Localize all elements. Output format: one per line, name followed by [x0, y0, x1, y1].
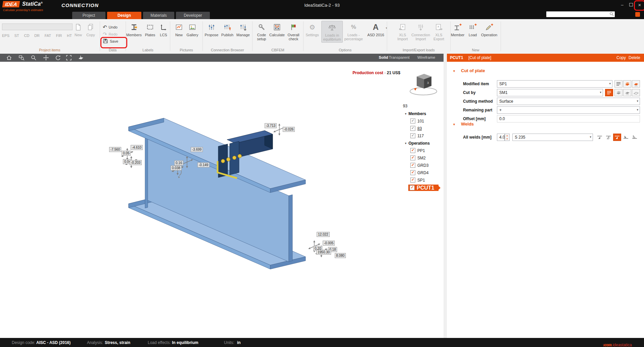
browser-manage-button[interactable]: Manage: [235, 22, 251, 37]
weld-type-button-3-active[interactable]: [613, 134, 621, 141]
design-code-selector[interactable]: A ASD 2016 ▾: [365, 22, 386, 37]
checkbox-checked-icon[interactable]: ✓: [410, 170, 415, 175]
tree-operation-grd3[interactable]: ✓ GRD3: [410, 162, 428, 168]
undo-button[interactable]: ↶ Undo: [103, 24, 118, 31]
tree-member-117[interactable]: ✓ 117: [410, 133, 424, 139]
project-copy-button[interactable]: Copy: [84, 22, 97, 37]
load-effects-label: Load effects:: [148, 340, 171, 345]
weld-material-dropdown[interactable]: S 235 ▾: [512, 134, 593, 141]
section-collapse-icon[interactable]: ▼: [453, 69, 456, 73]
cut-by-plate-button[interactable]: [614, 89, 623, 96]
view-mode-transparent[interactable]: Transparent: [389, 55, 410, 59]
tab-design[interactable]: Design: [107, 12, 141, 19]
navigation-cube[interactable]: 3: [409, 71, 438, 98]
connection-import-button[interactable]: Connection Import: [411, 22, 430, 41]
tree-operation-sp1[interactable]: ✓ SP1: [410, 177, 425, 183]
view-mode-solid[interactable]: Solid: [379, 55, 388, 59]
checkbox-checked-icon[interactable]: ✓: [410, 185, 415, 190]
tree-operation-sm2[interactable]: ✓ SM2: [410, 155, 426, 161]
checkbox-checked-icon[interactable]: ✓: [410, 118, 415, 123]
labels-members-button[interactable]: Members: [126, 22, 142, 37]
browser-propose-button[interactable]: Propose: [203, 22, 220, 37]
checkbox-checked-icon[interactable]: ✓: [410, 133, 415, 138]
tree-project-item[interactable]: 93: [403, 103, 407, 109]
viewport-3d[interactable]: Production cost - 21 US$ 3 -3.713 -0.026…: [0, 62, 444, 338]
plate-list-button[interactable]: [614, 80, 623, 88]
notification-icon[interactable]: [635, 12, 640, 17]
loads-percentage-button[interactable]: % Loads - percentage: [343, 22, 364, 41]
checkbox-checked-icon[interactable]: ✓: [410, 163, 415, 168]
xls-import-button[interactable]: X XLS Import: [395, 22, 410, 41]
code-setup-button[interactable]: Code setup: [254, 22, 269, 41]
section-collapse-icon[interactable]: ▼: [453, 123, 456, 126]
home-view-icon[interactable]: [6, 55, 12, 61]
cut-by-active-button[interactable]: [605, 89, 613, 96]
loads-in-equilibrium-toggle[interactable]: Loads in equilibrium: [321, 21, 343, 43]
remaining-part-dropdown[interactable]: + ▾: [497, 106, 640, 114]
search-box[interactable]: [546, 11, 615, 17]
weld-type-button-5[interactable]: [631, 134, 639, 141]
settings-button[interactable]: ⚙ Settings: [304, 22, 320, 37]
new-load-button[interactable]: Load: [466, 22, 479, 37]
offset-input[interactable]: 0.0: [497, 115, 640, 122]
plate-select-alt-button[interactable]: [632, 80, 640, 88]
close-button[interactable]: ×: [636, 1, 644, 8]
tree-member-101[interactable]: ✓ 101: [410, 118, 424, 124]
project-new-button[interactable]: New: [72, 22, 85, 37]
plate-select-button[interactable]: [623, 80, 631, 88]
calculate-button[interactable]: Calculate: [268, 22, 286, 37]
stepper-up-icon[interactable]: ▲: [505, 134, 509, 137]
tab-project[interactable]: Project: [72, 12, 105, 19]
labels-lcs-button[interactable]: LCS: [157, 22, 170, 37]
cutting-method-dropdown[interactable]: Surface ▾: [497, 98, 640, 105]
checkbox-checked-icon[interactable]: ✓: [410, 178, 415, 183]
minimize-button[interactable]: –: [618, 1, 626, 8]
clipping-plane-icon[interactable]: [78, 55, 84, 61]
stepper-down-icon[interactable]: ▼: [505, 137, 509, 141]
tree-operation-pcut1-selected[interactable]: ✓ PCUT1: [408, 185, 439, 191]
redo-button[interactable]: ↷ Redo: [103, 31, 118, 38]
rotate-icon[interactable]: [55, 55, 61, 61]
fit-view-icon[interactable]: [66, 55, 72, 61]
labels-plates-button[interactable]: Plates: [143, 22, 157, 37]
pan-icon[interactable]: [43, 55, 49, 61]
tree-expand-icon[interactable]: ▾: [405, 142, 407, 145]
tree-operation-pp1[interactable]: ✓ PP1: [410, 147, 425, 154]
search-input[interactable]: [548, 12, 609, 17]
copy-operation-button[interactable]: Copy: [616, 55, 626, 60]
overall-check-button[interactable]: Overall check: [286, 22, 301, 41]
view-mode-wireframe[interactable]: Wireframe: [417, 55, 435, 59]
weld-type-button-1[interactable]: [596, 134, 604, 141]
pictures-gallery-button[interactable]: Gallery: [184, 22, 200, 37]
cut-by-extra-button[interactable]: [632, 89, 640, 96]
weld-size-stepper[interactable]: ▲ ▼: [505, 134, 510, 141]
group-label-pictures: Pictures: [170, 48, 202, 52]
weld-type-button-4[interactable]: [622, 134, 630, 141]
zoom-window-icon[interactable]: [18, 55, 25, 61]
checkbox-checked-icon[interactable]: ✓: [410, 155, 415, 160]
tab-developer[interactable]: Developer: [176, 12, 210, 19]
checkbox-checked-icon[interactable]: ✓: [410, 148, 415, 153]
tree-operations-header[interactable]: ▾ Operations: [405, 140, 430, 146]
maximize-button[interactable]: [627, 1, 635, 8]
tree-expand-icon[interactable]: ▾: [405, 112, 407, 115]
tree-operation-grd4[interactable]: ✓ GRD4: [410, 169, 428, 176]
weld-size-input[interactable]: 4.0: [497, 134, 505, 141]
new-operation-button[interactable]: Operation: [480, 22, 499, 37]
tree-members-header[interactable]: ▾ Members: [405, 110, 426, 117]
weld-type-button-2[interactable]: [604, 134, 612, 141]
cut-by-dropdown[interactable]: SM1 ▾: [497, 89, 603, 96]
tab-materials[interactable]: Materials: [143, 12, 174, 19]
checkbox-checked-icon[interactable]: ✓: [410, 126, 415, 131]
pictures-new-button[interactable]: New: [172, 22, 186, 37]
application-window: IDEA StatiCa® Calculate yesterday's esti…: [0, 0, 644, 347]
save-button[interactable]: Save: [103, 38, 118, 45]
browser-publish-button[interactable]: Publish: [219, 22, 235, 37]
delete-operation-button[interactable]: Delete: [629, 55, 640, 60]
cut-by-plate-alt-button[interactable]: [623, 89, 631, 96]
xls-export-button[interactable]: X XLS Export: [431, 22, 447, 41]
zoom-icon[interactable]: [31, 55, 37, 61]
new-member-button[interactable]: Member: [450, 22, 466, 37]
tree-member-83[interactable]: ✓ 83: [410, 125, 422, 132]
modified-item-dropdown[interactable]: SP1 ▾: [497, 80, 612, 88]
